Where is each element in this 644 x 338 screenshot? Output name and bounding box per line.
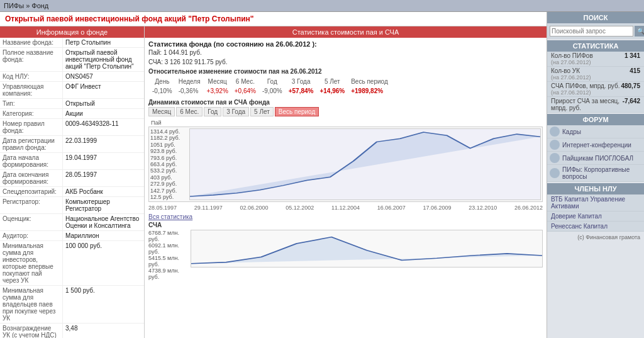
info-row-label: Дата регистрации правил фонда: — [0, 136, 63, 152]
forum-item[interactable]: Интернет-конференции — [547, 138, 644, 152]
info-row-label: Минимальная сумма для инвесторов, которы… — [0, 241, 63, 285]
scha-y-label: 6092.1 млн. руб. — [148, 242, 189, 255]
stat-label: СЧА ПИФов, мпрд. руб. — [551, 82, 620, 89]
chart-tab[interactable]: 6 Мес. — [176, 107, 203, 116]
change-header: 5 Лет — [317, 77, 347, 86]
chart-pai-label-text: Пай — [151, 120, 162, 126]
chart-y-label: 403 руб. — [150, 174, 187, 181]
chart-area — [189, 128, 541, 200]
search-header: ПОИСК — [547, 12, 644, 23]
chart-y-label: 12.5 руб. — [150, 194, 187, 200]
stat-value: -7,642 — [623, 98, 640, 111]
change-value: +0,64% — [232, 87, 258, 95]
scha-y-label: 6768.7 млн. руб. — [148, 230, 189, 242]
info-row-label: Номер правил фонда: — [0, 119, 63, 135]
info-row-value: Национальное Агентство Оценки и Консалти… — [63, 214, 144, 230]
info-row: Оценщик:Национальное Агентство Оценки и … — [0, 214, 144, 231]
forum-item[interactable]: ПИФы: Корпоративные вопросы — [547, 165, 644, 182]
fund-stats-scha-text: СЧА: 3 126 102 911.75 руб. — [148, 59, 227, 65]
change-value: -9,00% — [260, 87, 285, 95]
chart-x-label: 29.11.1997 — [194, 205, 223, 211]
change-table: ДеньНеделяМесяц6 Мес.Год3 Года5 ЛетВесь … — [148, 76, 392, 96]
footer-credit-text: (с) Финансовая грамота — [577, 234, 640, 240]
info-row: Дата окончания формирования:28.05.1997 — [0, 170, 144, 187]
chart-y-label: 1182.2 руб. — [150, 135, 187, 141]
info-row-value: 22.03.1999 — [63, 136, 144, 152]
info-row-value: ONS0457 — [63, 72, 144, 81]
footer-credit: (с) Финансовая грамота — [547, 233, 644, 242]
info-row-value: АКБ Росбанк — [63, 187, 144, 196]
change-header: День — [150, 77, 175, 86]
stat-label: Кол-во УК — [551, 67, 591, 74]
info-row: Полное название фонда:Открытый паевой ин… — [0, 48, 144, 72]
change-header: Год — [260, 77, 285, 86]
info-row-value: 1 500 руб. — [63, 286, 144, 323]
chart-tab[interactable]: 3 Года — [223, 107, 249, 116]
relative-change-title-text: Относительное изменение стоимости пая на… — [148, 68, 322, 75]
chart-pai-label: Пай — [148, 119, 543, 127]
chart-tab[interactable]: 5 Лет — [250, 107, 274, 116]
nlu-item[interactable]: Ренессанс Капитал — [547, 222, 644, 232]
forum-item[interactable]: Пайщикам ПИОГЛОБАЛ — [547, 152, 644, 165]
chart-tab[interactable]: Весь период — [275, 107, 319, 116]
chart-x-label: 16.06.2007 — [377, 205, 406, 211]
change-value: +1989,82% — [348, 87, 391, 95]
info-row: Дата начала формирования:19.04.1997 — [0, 153, 144, 170]
nlu-header: ЧЛЕНЫ НЛУ — [547, 183, 644, 194]
forum-item[interactable]: Кадры — [547, 125, 644, 138]
search-button[interactable]: 🔍 — [635, 26, 644, 37]
info-row: Дата регистрации правил фонда:22.03.1999 — [0, 136, 144, 153]
change-value: +57,84% — [286, 87, 316, 95]
info-row-label: Аудитор: — [0, 231, 63, 240]
all-stats-link[interactable]: Вся статистика — [148, 213, 543, 220]
forum-icon — [550, 140, 560, 150]
search-input-row: 🔍 — [550, 26, 641, 37]
info-row-label: Вознаграждение УК (с учетом НДС) — [0, 324, 63, 338]
chart-tab[interactable]: Месяц — [148, 107, 175, 116]
chart-y-axis: 1314.4 руб.1182.2 руб.1051 руб.923.8 руб… — [150, 128, 188, 200]
info-row-label: Управляющая компания: — [0, 82, 63, 98]
chart-y-label: 142.7 руб. — [150, 188, 187, 194]
sidebar-stats-rows: Кол-во ПИФов(на 27.06.2012)1 341Кол-во У… — [547, 52, 644, 113]
right-sidebar: ПОИСК 🔍 СТАТИСТИКА Кол-во ПИФов(на 27.06… — [547, 12, 644, 338]
info-row-label: Оценщик: — [0, 214, 63, 230]
stat-value: 1 341 — [625, 52, 640, 65]
scha-label-text: СЧА — [148, 222, 162, 228]
change-header: 3 Года — [286, 77, 316, 86]
nlu-item[interactable]: ВТБ Капитал Управление Активами — [547, 194, 644, 211]
breadcrumb-text: ПИФы » Фонд — [4, 2, 48, 9]
forum-section: ФОРУМ КадрыИнтернет-конференцииПайщикам … — [547, 114, 644, 182]
info-panel-header: Информация о фонде — [0, 26, 144, 38]
sidebar-stat-item: Кол-во УК(на 27.06.2012)415 — [547, 67, 644, 82]
fund-stats-pai-text: Пай: 1 044.91 руб. — [148, 49, 202, 56]
stats-panel: Статистика стоимости пая и СЧА Статистик… — [145, 26, 547, 338]
info-row-value: Акции — [63, 109, 144, 118]
info-row-value: Открытый паевой инвестиционный фонд акци… — [63, 48, 144, 71]
chart-y-label: 272.9 руб. — [150, 181, 187, 187]
info-row-value: Петр Столыпин — [63, 38, 144, 47]
change-header: 6 Мес. — [232, 77, 258, 86]
chart-x-label: 26.06.2012 — [514, 205, 543, 211]
info-row: Название фонда:Петр Столыпин — [0, 38, 144, 48]
stats-panel-header-text: Статистика стоимости пая и СЧА — [292, 28, 399, 36]
fund-stats-title: Статистика фонда (по состоянию на 26.06.… — [148, 40, 543, 48]
forum-item-label: ПИФы: Корпоративные вопросы — [562, 166, 641, 180]
scha-y-label: 4738.9 млн. руб. — [148, 268, 189, 280]
chart-tab[interactable]: Год — [204, 107, 221, 116]
chart-y-label: 1051 руб. — [150, 142, 187, 148]
sidebar-stats-section: СТАТИСТИКА Кол-во ПИФов(на 27.06.2012)1 … — [547, 40, 644, 113]
change-values-row: -0,10%-0,36%+3,92%+0,64%-9,00%+57,84%+14… — [150, 87, 391, 95]
info-row-value: Открытый — [63, 99, 144, 108]
stat-sub: (на 27.06.2012) — [551, 89, 620, 96]
tab-row[interactable]: Месяц6 Мес.Год3 Года5 ЛетВесь период — [148, 107, 543, 116]
all-stats-link-text: Вся статистика — [148, 213, 192, 220]
info-row-label: Тип: — [0, 99, 63, 108]
info-row: Минимальная сумма для владельцев паев пр… — [0, 286, 144, 324]
info-row-label: Полное название фонда: — [0, 48, 63, 71]
chart-y-label: 533.2 руб. — [150, 167, 187, 174]
breadcrumb: ПИФы » Фонд — [0, 0, 644, 12]
chart-y-label: 1314.4 руб. — [150, 128, 187, 135]
change-value: -0,36% — [176, 87, 203, 95]
nlu-item[interactable]: Доверие Капитал — [547, 211, 644, 222]
search-input[interactable] — [550, 26, 633, 37]
